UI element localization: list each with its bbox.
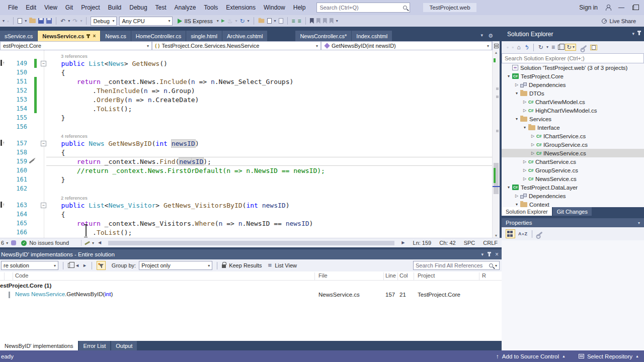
expander-closed-icon[interactable]: ▷ xyxy=(530,151,536,155)
restore-button[interactable] xyxy=(632,6,637,10)
properties-wrench-icon[interactable] xyxy=(537,231,542,236)
tree-item-ichartservice-cs[interactable]: ▷C#IChartService.cs xyxy=(502,132,644,140)
expander-closed-icon[interactable]: ▷ xyxy=(522,159,528,164)
code-line-150[interactable]: 150 { xyxy=(0,68,492,77)
code-line-152[interactable]: 152 .ThenInclude(n => n.Group) xyxy=(0,86,492,95)
filter-button[interactable] xyxy=(97,261,106,270)
hot-reload-icon[interactable]: ♨ xyxy=(227,18,233,24)
column-header-file[interactable]: File xyxy=(318,273,328,279)
wrench-icon[interactable] xyxy=(581,45,587,50)
undo-dropdown-icon[interactable]: ▾ xyxy=(68,18,70,24)
codelens-references[interactable]: 4 references xyxy=(0,131,492,139)
pin-icon[interactable] xyxy=(638,31,640,35)
doc-tab-news-cs[interactable]: News.cs xyxy=(101,31,131,41)
user-account-icon[interactable] xyxy=(606,6,610,10)
chevron-down-icon[interactable]: ▾ xyxy=(638,221,640,225)
window-position-dropdown-icon[interactable]: ▾ xyxy=(481,252,484,257)
tree-item-dependencies[interactable]: ▷Dependencies xyxy=(502,80,644,89)
issues-status-label[interactable]: No issues found xyxy=(29,240,69,246)
navigate-forward-icon[interactable]: ◦ xyxy=(7,18,9,24)
scope-dropdown[interactable]: re solution▾ xyxy=(1,261,58,270)
menu-window[interactable]: Window xyxy=(260,2,289,13)
inheritance-margin-icon[interactable]: ↑ xyxy=(1,140,5,146)
solution-explorer-search[interactable] xyxy=(502,53,644,63)
tab-list-dropdown-icon[interactable]: ▾ xyxy=(481,33,484,39)
tree-item-groupservice-cs[interactable]: ▷C#GroupService.cs xyxy=(502,166,644,174)
doc-tab-sservice-cs[interactable]: sService.cs xyxy=(0,31,37,41)
column-indicator[interactable]: Ch: 42 xyxy=(439,240,455,246)
doc-tab-index-cshtml[interactable]: Index.cshtml xyxy=(352,31,392,41)
home-icon[interactable]: ⌂ xyxy=(517,44,521,50)
open-folder-icon[interactable] xyxy=(29,19,36,23)
expander-closed-icon[interactable]: ▷ xyxy=(514,82,520,87)
collapse-all-icon[interactable]: ≡ xyxy=(551,44,555,50)
menu-edit[interactable]: Edit xyxy=(22,2,40,13)
tree-item-solution-testproject-web-3-of-3-projects-[interactable]: ∞Solution 'TestProject.web' (3 of 3 proj… xyxy=(502,63,644,72)
menu-file[interactable]: File xyxy=(4,2,22,13)
start-without-debug-icon[interactable] xyxy=(221,19,225,23)
tree-item-testproject-core[interactable]: ▾C#TestProject.Core xyxy=(502,72,644,80)
expander-closed-icon[interactable]: ▷ xyxy=(514,194,520,198)
restart-dropdown-icon[interactable]: ▾ xyxy=(248,18,250,24)
tree-item-inewsservice-cs[interactable]: ▷C#INewsService.cs xyxy=(502,149,644,157)
hot-reload-dropdown-icon[interactable]: ▾ xyxy=(235,18,237,24)
column-header-code[interactable]: Code xyxy=(15,273,28,279)
save-all-icon[interactable] xyxy=(46,18,52,24)
expander-open-icon[interactable]: ▾ xyxy=(514,202,520,207)
tab-options-gear-icon[interactable]: ⚙ xyxy=(488,33,493,39)
expander-open-icon[interactable]: ▾ xyxy=(506,185,512,190)
tree-item-chartviewmodel-cs[interactable]: ▷C#ChartViewModel.cs xyxy=(502,98,644,106)
expander-open-icon[interactable]: ▾ xyxy=(506,74,512,78)
code-line-163[interactable]: ↑163− public List<News_Visitor> GetNews_… xyxy=(0,201,492,210)
pin-icon[interactable] xyxy=(88,34,89,38)
panel-tab-git-changes[interactable]: Git Changes xyxy=(553,207,592,216)
tree-item-newsservice-cs[interactable]: ▷C#NewsService.cs xyxy=(502,174,644,183)
codelens-references[interactable]: 3 references xyxy=(0,51,492,59)
doc-tab-single-html[interactable]: single.html xyxy=(186,31,222,41)
fold-collapse-icon[interactable]: − xyxy=(41,141,46,146)
type-dropdown[interactable]: { } TestProject.Core.Services.NewsServic… xyxy=(152,41,321,50)
code-line-155[interactable]: 155 } xyxy=(0,113,492,122)
expander-open-icon[interactable]: ▾ xyxy=(514,117,520,121)
sign-in-link[interactable]: Sign in xyxy=(579,4,598,11)
forward-icon[interactable]: ◦ xyxy=(512,44,514,50)
tree-item-services[interactable]: ▾Services xyxy=(502,115,644,123)
code-line-157[interactable]: ↑157− public News GetNewsByID(int newsID… xyxy=(0,139,492,148)
code-line-161[interactable]: 161 } xyxy=(0,175,492,184)
keep-results-label[interactable]: Keep Results xyxy=(229,262,262,268)
compare-documents-icon[interactable] xyxy=(279,18,283,24)
split-window-button[interactable] xyxy=(492,41,500,50)
bookmark-dropdown-icon[interactable]: ▾ xyxy=(336,18,338,24)
code-line-160[interactable]: 160 //return _context.News.FirstOrDefaul… xyxy=(0,166,492,175)
start-debug-button[interactable]: IIS Express ▾ xyxy=(178,18,218,24)
column-header-r[interactable]: R xyxy=(482,273,486,279)
code-editor[interactable]: 3 references↑149− public List<News> GetN… xyxy=(0,50,500,238)
tree-item-dependencies[interactable]: ▷Dependencies xyxy=(502,192,644,200)
panel-tab-solution-explorer[interactable]: Solution Explorer xyxy=(502,207,552,216)
inheritance-margin-icon[interactable]: ↑ xyxy=(1,60,5,66)
hscroll-left-icon[interactable]: ◀ xyxy=(98,240,101,246)
close-icon[interactable]: × xyxy=(495,251,499,258)
code-line-158[interactable]: 158 { xyxy=(0,148,492,157)
find-in-files-icon[interactable] xyxy=(258,19,264,23)
tree-item-chartservice-cs[interactable]: ▷C#ChartService.cs xyxy=(502,157,644,166)
keep-results-lock-icon[interactable] xyxy=(222,264,226,268)
line-indicator[interactable]: Ln: 159 xyxy=(413,240,432,246)
hscroll-right-icon[interactable]: ▶ xyxy=(401,240,405,246)
package-dropdown-icon[interactable]: ▾ xyxy=(274,18,276,24)
code-line-156[interactable]: 156 xyxy=(0,122,492,131)
member-dropdown[interactable]: GetNewsByID(int newsID) ▾ xyxy=(321,41,492,50)
project-dropdown[interactable]: estProject.Core ▾ xyxy=(0,41,152,50)
redo-icon[interactable]: ↷ xyxy=(72,18,77,24)
code-line-164[interactable]: 164 { xyxy=(0,210,492,219)
menu-project[interactable]: Project xyxy=(77,2,104,13)
code-line-159[interactable]: 159 return _context.News.Find(newsID); xyxy=(0,157,492,166)
pending-changes-filter-icon[interactable]: ↻ xyxy=(538,44,543,50)
tree-item-context[interactable]: ▾Context xyxy=(502,200,644,207)
reference-result-row[interactable]: News NewsService.GetNewsByID(int) NewsSe… xyxy=(0,291,502,299)
code-line-154[interactable]: 154 .ToList(); xyxy=(0,104,492,113)
tree-item-highchartviewmodel-cs[interactable]: ▷C#HighChartViewModel.cs xyxy=(502,106,644,115)
fold-collapse-icon[interactable]: − xyxy=(41,61,46,66)
doc-tab-newsservice-cs[interactable]: NewsService.cs× xyxy=(38,31,100,41)
previous-reference-icon[interactable]: ◄ xyxy=(75,262,79,268)
